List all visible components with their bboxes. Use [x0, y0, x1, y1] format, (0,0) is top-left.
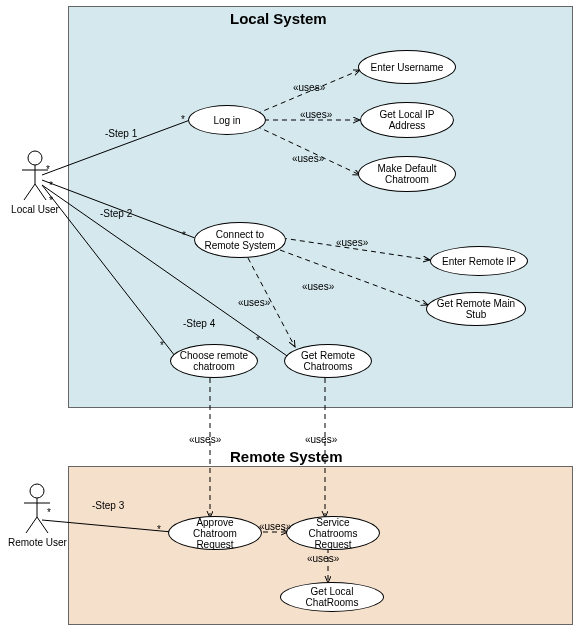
usecase-connect: Connect to Remote System	[194, 222, 286, 258]
usecase-approve: Approve Chatroom Request	[168, 516, 262, 550]
uses-label-3: «uses»	[292, 153, 324, 164]
svg-line-19	[35, 184, 46, 200]
usecase-choose: Choose remote chatroom	[170, 344, 258, 378]
step4-label: -Step 4	[183, 318, 215, 329]
step1-label: -Step 1	[105, 128, 137, 139]
uses-label-4: «uses»	[336, 237, 368, 248]
uses-label-5: «uses»	[302, 281, 334, 292]
star-2: *	[181, 114, 185, 125]
uses-label-1: «uses»	[293, 82, 325, 93]
star-9: *	[157, 524, 161, 535]
uses-label-7: «uses»	[189, 434, 221, 445]
svg-line-24	[37, 517, 48, 533]
uses-label-2: «uses»	[300, 109, 332, 120]
usecase-makedefault: Make Default Chatroom	[358, 156, 456, 192]
usecase-enterremoteip: Enter Remote IP	[430, 246, 528, 276]
usecase-login: Log in	[188, 105, 266, 135]
usecase-getremote: Get Remote Chatrooms	[284, 344, 372, 378]
star-6: *	[160, 340, 164, 351]
usecase-getstub: Get Remote Main Stub	[426, 292, 526, 326]
uses-label-9: «uses»	[259, 521, 291, 532]
usecase-enteruser: Enter Username	[358, 50, 456, 84]
uses-label-8: «uses»	[305, 434, 337, 445]
uses-label-6: «uses»	[238, 297, 270, 308]
star-5: *	[49, 195, 53, 206]
remote-system-title: Remote System	[230, 448, 343, 465]
usecase-getlocalrooms: Get Local ChatRooms	[280, 582, 384, 612]
svg-point-15	[28, 151, 42, 165]
usecase-getip: Get Local IP Address	[360, 102, 454, 138]
star-3: *	[49, 180, 53, 191]
step2-label: -Step 2	[100, 208, 132, 219]
star-1: *	[46, 164, 50, 175]
usecase-service: Service Chatrooms Request	[286, 516, 380, 550]
remote-user-label: Remote User	[8, 537, 66, 548]
remote-user-actor: Remote User	[8, 483, 66, 548]
step3-label: -Step 3	[92, 500, 124, 511]
star-7: *	[256, 335, 260, 346]
uses-label-10: «uses»	[307, 553, 339, 564]
star-8: *	[47, 507, 51, 518]
svg-point-20	[30, 484, 44, 498]
star-4: *	[182, 230, 186, 241]
svg-line-18	[24, 184, 35, 200]
svg-line-23	[26, 517, 37, 533]
local-system-title: Local System	[230, 10, 327, 27]
